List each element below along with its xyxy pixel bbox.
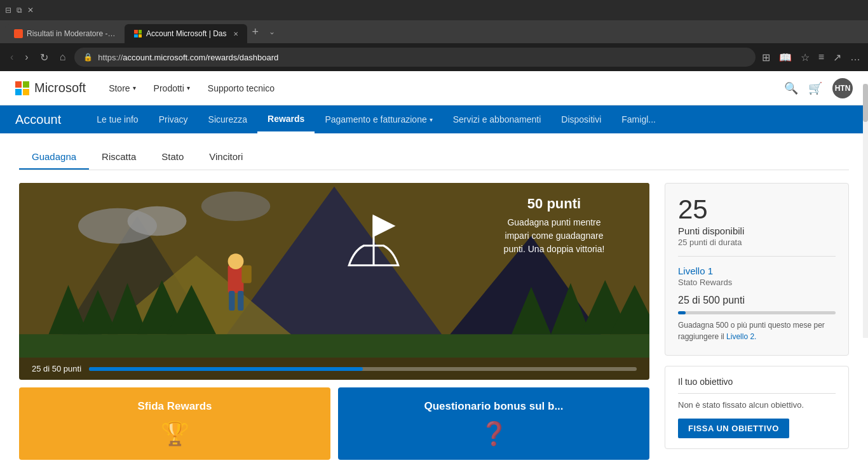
url-domain: account.microsoft.com — [123, 53, 205, 62]
stats-points-label: Punti disponibili — [678, 225, 836, 236]
url-path: /rewards/dashboard — [205, 53, 278, 62]
favorites-icon[interactable]: ☆ — [801, 51, 810, 64]
home-button[interactable]: ⌂ — [57, 49, 69, 65]
svg-rect-5 — [19, 334, 649, 358]
scrollbar-thumb[interactable] — [863, 84, 868, 122]
tab-label-risultati: Risultati in Moderatore - Mi — [27, 29, 116, 38]
tab-risultati[interactable]: Risultati in Moderatore - Mi — [5, 24, 125, 43]
url-text: https://account.microsoft.com/rewards/da… — [98, 53, 746, 62]
pagamento-chevron-icon: ▾ — [430, 116, 433, 123]
tab-guadagna[interactable]: Guadagna — [19, 146, 89, 170]
account-nav-le-tue-info[interactable]: Le tue info — [86, 105, 148, 133]
objective-text: Non è stato fissato alcun obiettivo. — [678, 400, 836, 410]
store-chevron-icon: ▾ — [133, 84, 136, 91]
left-column: 50 punti Guadagna punti mentre impari co… — [19, 183, 649, 460]
tab-riscatta[interactable]: Riscatta — [89, 146, 149, 170]
svg-point-19 — [228, 253, 244, 269]
ms-cart-icon[interactable]: 🛒 — [808, 81, 822, 95]
rewards-tabs: Guadagna Riscatta Stato Vincitori — [19, 146, 849, 170]
tab-overflow-icon[interactable]: ⌄ — [264, 27, 280, 36]
ms-logo[interactable]: Microsoft — [15, 81, 86, 95]
forward-button[interactable]: › — [22, 49, 31, 65]
sidebar-progress-bar — [678, 311, 836, 314]
svg-rect-21 — [238, 291, 243, 311]
tab-favicon-account — [133, 29, 142, 38]
url-input[interactable]: 🔒 https://account.microsoft.com/rewards/… — [74, 48, 755, 67]
window-controls: ⊟ ⧉ ✕ — [5, 6, 34, 15]
stats-box: 25 Punti disponibili 25 punti di durata … — [665, 183, 849, 356]
user-avatar[interactable]: HTN — [832, 78, 853, 98]
stats-divider-1 — [678, 256, 836, 257]
level2-link[interactable]: Livello 2. — [726, 332, 756, 341]
share-icon[interactable]: ↗ — [833, 51, 841, 64]
objective-title: Il tuo obiettivo — [678, 377, 836, 387]
sfida-card-title: Sfida Rewards — [137, 400, 212, 413]
svg-rect-20 — [229, 291, 234, 311]
banner-progress-fill — [89, 367, 363, 371]
tab-favicon-risultati — [14, 29, 23, 38]
ms-search-icon[interactable]: 🔍 — [784, 81, 798, 95]
questionario-card[interactable]: Questionario bonus sul b... ❓ — [338, 387, 649, 460]
sfida-card-icon: 🏆 — [161, 420, 189, 447]
svg-rect-22 — [241, 265, 252, 283]
svg-rect-18 — [228, 265, 244, 293]
banner-progress-text: 25 di 50 punti — [32, 364, 81, 373]
tab-vincitori[interactable]: Vincitori — [196, 146, 255, 170]
stats-points-sub: 25 punti di durata — [678, 238, 836, 247]
account-nav-dispositivi[interactable]: Dispositivi — [551, 105, 611, 133]
tab-account[interactable]: Account Microsoft | Das ✕ — [125, 24, 247, 43]
new-tab-button[interactable]: + — [247, 25, 264, 39]
ms-header-right: 🔍 🛒 HTN — [784, 78, 853, 98]
ms-nav-store[interactable]: Store ▾ — [101, 79, 143, 97]
read-view-icon[interactable]: 📖 — [779, 51, 792, 64]
hero-banner-scene: 50 punti Guadagna punti mentre impari co… — [19, 183, 649, 358]
sfida-rewards-card[interactable]: Sfida Rewards 🏆 — [19, 387, 330, 460]
svg-point-17 — [201, 192, 271, 222]
prodotti-chevron-icon: ▾ — [187, 84, 190, 91]
ms-logo-icon — [15, 81, 29, 95]
extensions-icon[interactable]: ⊞ — [762, 51, 770, 64]
questionario-card-icon: ❓ — [480, 420, 508, 447]
scrollbar[interactable] — [863, 84, 868, 338]
account-nav-title: Account — [15, 112, 74, 127]
ms-nav: Store ▾ Prodotti ▾ Supporto tecnico — [101, 79, 769, 97]
tab-close-icon[interactable]: ✕ — [233, 30, 238, 37]
ms-nav-supporto[interactable]: Supporto tecnico — [200, 79, 282, 97]
card-row: Sfida Rewards 🏆 Questionario bonus sul b… — [19, 387, 649, 460]
banner-progress-area: 25 di 50 punti — [19, 358, 649, 380]
stats-points-value: 25 — [678, 196, 836, 223]
collections-icon[interactable]: ≡ — [818, 51, 824, 63]
tab-stato[interactable]: Stato — [149, 146, 196, 170]
banner-points-text: 50 punti — [497, 196, 611, 212]
level-label: Stato Rewards — [678, 278, 836, 287]
settings-icon[interactable]: … — [850, 51, 860, 63]
browser-chrome: ⊟ ⧉ ✕ — [0, 0, 868, 20]
account-nav: Account Le tue info Privacy Sicurezza Re… — [0, 105, 868, 133]
fissa-obiettivo-button[interactable]: FISSA UN OBIETTIVO — [678, 419, 789, 438]
sidebar-progress-fill — [678, 311, 686, 314]
account-nav-famiglia[interactable]: Famigl... — [611, 105, 666, 133]
ms-logo-text: Microsoft — [34, 81, 86, 95]
questionario-card-title: Questionario bonus sul b... — [424, 400, 563, 413]
ms-header: Microsoft Store ▾ Prodotti ▾ Supporto te… — [0, 71, 868, 105]
account-nav-pagamento[interactable]: Pagamento e fatturazione ▾ — [315, 105, 442, 133]
account-nav-privacy[interactable]: Privacy — [149, 105, 198, 133]
objective-divider — [678, 393, 836, 394]
tab-bar: Risultati in Moderatore - Mi Account Mic… — [0, 20, 868, 43]
hero-banner: 50 punti Guadagna punti mentre impari co… — [19, 183, 649, 380]
back-button[interactable]: ‹ — [8, 49, 16, 65]
ms-nav-prodotti[interactable]: Prodotti ▾ — [146, 79, 198, 97]
address-bar-icons: ⊞ 📖 ☆ ≡ ↗ … — [762, 51, 860, 64]
banner-description-text: Guadagna punti mentre impari come guadag… — [497, 216, 611, 256]
main-content: Guadagna Riscatta Stato Vincitori — [0, 133, 868, 463]
refresh-button[interactable]: ↻ — [37, 49, 51, 66]
account-nav-rewards[interactable]: Rewards — [257, 105, 315, 133]
objective-box: Il tuo obiettivo Non è stato fissato alc… — [665, 366, 849, 449]
sidebar-progress-note: Guadagna 500 o più punti questo mese per… — [678, 319, 836, 342]
account-nav-servizi[interactable]: Servizi e abbonamenti — [443, 105, 552, 133]
account-nav-sicurezza[interactable]: Sicurezza — [198, 105, 257, 133]
content-grid: 50 punti Guadagna punti mentre impari co… — [19, 183, 849, 460]
level-link[interactable]: Livello 1 — [678, 265, 713, 276]
tab-label-account: Account Microsoft | Das — [146, 29, 227, 38]
address-bar: ‹ › ↻ ⌂ 🔒 https://account.microsoft.com/… — [0, 43, 868, 71]
